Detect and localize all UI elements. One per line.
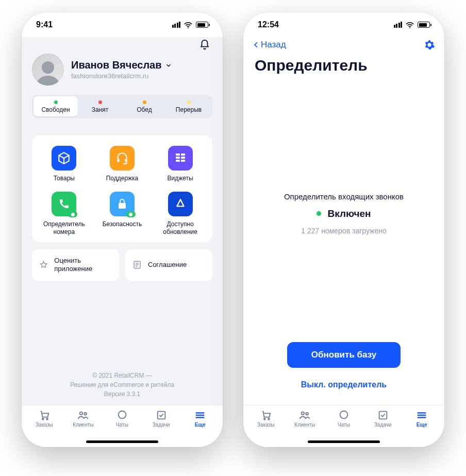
avatar <box>32 54 64 86</box>
caller-id-subtitle: Определитель входящих звонков <box>284 192 404 201</box>
app-footer: © 2021 RetailCRM — Решение для eCommerce… <box>22 371 223 405</box>
grid-item-update[interactable]: Доступно обновление <box>151 190 209 238</box>
status-break[interactable]: Перерыв <box>167 96 211 116</box>
on-badge-icon <box>126 211 136 217</box>
features-grid: Товары Поддержка Виджеты <box>32 135 212 242</box>
user-header[interactable]: Иванов Вячеслав fashionstore36retailcrm.… <box>32 54 212 86</box>
tab-orders[interactable]: Заказы <box>246 410 286 436</box>
svg-point-15 <box>85 413 87 415</box>
tab-tasks[interactable]: Задачи <box>142 410 181 436</box>
svg-point-12 <box>42 418 44 420</box>
cellular-icon <box>172 22 181 28</box>
tab-more[interactable]: Еще <box>402 410 441 436</box>
svg-rect-3 <box>125 159 127 162</box>
svg-point-13 <box>46 418 48 420</box>
svg-rect-7 <box>181 157 185 159</box>
home-indicator <box>86 440 158 443</box>
tab-chats[interactable]: Чаты <box>324 410 363 436</box>
phone-icon <box>52 192 76 216</box>
svg-point-19 <box>264 418 265 420</box>
grid-item-widgets[interactable]: Виджеты <box>151 144 209 184</box>
svg-point-22 <box>306 413 309 415</box>
status-lunch[interactable]: Обед <box>122 96 167 116</box>
status-bar: 12:54 <box>243 12 444 37</box>
tab-chats[interactable]: Чаты <box>103 410 142 436</box>
caller-id-phone: 12:54 Назад Определитель Определитель вх… <box>243 12 444 447</box>
svg-point-14 <box>80 412 83 415</box>
gear-icon[interactable] <box>424 39 435 50</box>
chevron-down-icon <box>165 62 172 69</box>
status-indicators <box>394 22 430 28</box>
svg-rect-4 <box>176 154 180 156</box>
widgets-icon <box>168 146 193 171</box>
lock-icon <box>110 192 135 216</box>
status-free[interactable]: Свободен <box>34 96 78 116</box>
svg-rect-17 <box>157 412 165 419</box>
update-db-button[interactable]: Обновить базу <box>287 342 401 368</box>
tab-more[interactable]: Еще <box>180 410 220 436</box>
tab-orders[interactable]: Заказы <box>25 410 64 436</box>
document-icon <box>132 260 142 270</box>
grid-item-caller-id[interactable]: Определитель номера <box>35 190 93 238</box>
user-name: Иванов Вячеслав <box>71 59 162 71</box>
status-bar: 9:41 <box>22 12 223 37</box>
svg-rect-8 <box>176 160 180 162</box>
caller-id-state: Включен <box>317 208 371 219</box>
rate-app-card[interactable]: Оценить приложение <box>32 249 119 281</box>
status-indicators <box>172 22 209 28</box>
on-badge-icon <box>68 211 77 217</box>
svg-rect-24 <box>379 412 387 419</box>
svg-point-20 <box>268 418 270 420</box>
tab-clients[interactable]: Клиенты <box>286 410 325 436</box>
battery-icon <box>196 22 208 28</box>
appstore-icon <box>168 192 193 216</box>
status-busy[interactable]: Занят <box>78 96 122 116</box>
disable-caller-id-link[interactable]: Выкл. определитель <box>301 380 387 389</box>
wifi-icon <box>405 22 414 28</box>
svg-rect-9 <box>181 160 185 162</box>
headset-icon <box>110 146 135 171</box>
status-time: 9:41 <box>36 20 53 29</box>
tab-clients[interactable]: Клиенты <box>64 410 103 436</box>
back-button[interactable]: Назад <box>253 40 286 50</box>
grid-item-security[interactable]: Безопасность <box>93 190 152 238</box>
status-time: 12:54 <box>258 20 279 29</box>
tab-tasks[interactable]: Задачи <box>363 410 403 436</box>
home-indicator <box>308 440 380 443</box>
svg-point-21 <box>302 412 305 415</box>
cube-icon <box>52 146 76 171</box>
user-domain: fashionstore36retailcrm.ru <box>71 72 172 80</box>
agreement-card[interactable]: Соглашение <box>125 249 212 281</box>
svg-rect-5 <box>181 154 185 156</box>
svg-rect-2 <box>117 159 119 162</box>
svg-point-18 <box>409 27 410 28</box>
chevron-left-icon <box>253 40 260 50</box>
svg-rect-6 <box>176 157 180 159</box>
grid-item-products[interactable]: Товары <box>35 144 93 184</box>
wifi-icon <box>184 22 193 28</box>
notifications-icon[interactable] <box>199 39 210 50</box>
svg-point-1 <box>42 61 54 74</box>
page-title: Определитель <box>243 52 444 74</box>
status-dot-icon <box>317 211 321 216</box>
numbers-loaded: 1 227 номеров загружено <box>301 227 387 235</box>
availability-segmented: Свободен Занят Обед Перерыв <box>32 95 212 118</box>
battery-icon <box>418 22 430 28</box>
svg-point-0 <box>188 27 189 28</box>
grid-item-support[interactable]: Поддержка <box>93 144 152 184</box>
more-screen-phone: 9:41 Иванов Вячеслав <box>22 12 223 447</box>
cellular-icon <box>394 22 403 28</box>
svg-rect-10 <box>119 203 126 209</box>
star-icon <box>39 260 48 270</box>
